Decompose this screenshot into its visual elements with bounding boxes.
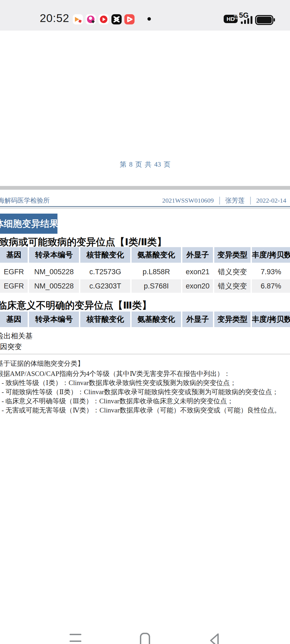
table-cell: EGFR bbox=[0, 279, 28, 293]
table-row: EGFRNM_005228c.G2303Tp.S768Iexon20错义突变6.… bbox=[0, 279, 290, 293]
capcut-app-icon bbox=[111, 14, 122, 24]
meta-separator: │ bbox=[248, 197, 253, 204]
table-cell: 7.93% bbox=[252, 265, 290, 279]
network-arrows-icon: ⇅ bbox=[233, 13, 238, 21]
report-date: 2022-02-14 bbox=[256, 197, 286, 204]
table-cell: 核苷酸变化 bbox=[80, 247, 130, 263]
table-cell: 基因 bbox=[0, 312, 28, 327]
table-cell: 6.87% bbox=[252, 279, 290, 293]
classification-title: 基于证据的体细胞突变分类】 bbox=[0, 359, 290, 368]
table-cell: 核苷酸变化 bbox=[80, 312, 130, 327]
note-line: 因突变 bbox=[0, 342, 290, 352]
table-cell: p.S768I bbox=[132, 279, 181, 293]
notification-dot bbox=[147, 17, 151, 21]
lab-name: 海解码医学检验所 bbox=[0, 196, 50, 205]
table-cell: 氨基酸变化 bbox=[132, 247, 181, 263]
table-cell: p.L858R bbox=[132, 265, 181, 279]
header-rule-light bbox=[0, 208, 290, 209]
signal-bars-icon bbox=[241, 16, 253, 24]
table-row: 基因转录本编号核苷酸变化氨基酸变化外显子变异类型丰度/拷贝数 bbox=[0, 247, 290, 263]
table-cell: 转录本编号 bbox=[29, 312, 79, 327]
section2-title: 临床意义不明确的变异位点【Ⅲ类】 bbox=[0, 299, 290, 312]
table-row: EGFRNM_005228c.T2573Gp.L858Rexon21错义突变7.… bbox=[0, 265, 290, 279]
variants-table-class1-2: 基因转录本编号核苷酸变化氨基酸变化外显子变异类型丰度/拷贝数EGFRNM_005… bbox=[0, 247, 290, 293]
table-cell: 错义突变 bbox=[214, 279, 251, 293]
table-cell: 基因 bbox=[0, 247, 28, 263]
back-icon bbox=[209, 633, 220, 644]
table-cell: 转录本编号 bbox=[29, 247, 79, 263]
table-cell: exon21 bbox=[182, 265, 213, 279]
header-rule-dark bbox=[0, 206, 290, 207]
section1-title: 致病或可能致病的变异位点【Ⅰ类/Ⅱ类】 bbox=[0, 236, 290, 249]
play-app-icon bbox=[124, 14, 135, 24]
classification-item: - 无害或可能无害等级（Ⅳ类）：Clinvar数据库收录（可能）不致病突变或（可… bbox=[0, 406, 290, 415]
table-cell: c.T2573G bbox=[80, 265, 130, 279]
page-indicator: 第 8 页 共 43 页 bbox=[0, 160, 290, 169]
table-cell: 变异类型 bbox=[214, 247, 251, 263]
clock-label: 20:52 bbox=[40, 12, 69, 25]
notification-icons bbox=[73, 14, 135, 24]
report-title-banner: 体细胞变异结果 bbox=[0, 214, 57, 234]
page-gap-band bbox=[0, 186, 290, 190]
table-cell: 外显子 bbox=[182, 312, 213, 327]
table-cell: 丰度/拷贝数 bbox=[252, 312, 290, 327]
video-app-icon bbox=[99, 14, 109, 24]
classification-intro: 根据AMP/ASCO/CAP指南分为4个等级（其中Ⅳ类无害变异不在报告中列出）： bbox=[0, 369, 290, 378]
classification-item: - 临床意义不明确等级（Ⅲ类）：Clinvar数据库收录临床意义未明的突变位点； bbox=[0, 397, 290, 405]
classification-item: - 致病性等级（Ⅰ类）：Clinvar数据库收录致病性突变或预测为致病的突变位点… bbox=[0, 378, 290, 387]
menu-button[interactable] bbox=[70, 633, 81, 644]
table-cell: exon20 bbox=[182, 279, 213, 293]
table-cell: 错义突变 bbox=[214, 265, 251, 279]
table-cell: 外显子 bbox=[182, 247, 213, 263]
note-line: 检出相关基 bbox=[0, 331, 290, 341]
table-cell: 丰度/拷贝数 bbox=[252, 247, 290, 263]
meta-separator: │ bbox=[217, 197, 222, 204]
phone-screen: 20:52 HD ⇅ bbox=[0, 0, 290, 644]
table-cell: c.G2303T bbox=[80, 279, 130, 293]
table-cell: NM_005228 bbox=[29, 265, 79, 279]
variants-table-class3: 基因转录本编号核苷酸变化氨基酸变化外显子变异类型丰度/拷贝数 bbox=[0, 312, 290, 327]
home-button[interactable] bbox=[140, 633, 150, 644]
pink-social-app-icon bbox=[86, 14, 96, 24]
table-bottom-divider bbox=[0, 354, 290, 354]
nav-bar bbox=[0, 625, 290, 644]
status-bar: 20:52 HD ⇅ bbox=[0, 0, 290, 31]
report-number: 2021WSSW010609 bbox=[162, 197, 214, 204]
table-cell: 变异类型 bbox=[214, 312, 251, 327]
report-meta: 2021WSSW010609 │ 张芳莲 │ 2022-02-14 bbox=[162, 196, 286, 205]
table-row: 基因转录本编号核苷酸变化氨基酸变化外显子变异类型丰度/拷贝数 bbox=[0, 312, 290, 327]
back-button[interactable] bbox=[209, 633, 220, 644]
patient-name: 张芳莲 bbox=[225, 196, 245, 205]
table-cell: NM_005228 bbox=[29, 279, 79, 293]
table-cell: 氨基酸变化 bbox=[132, 312, 181, 327]
game-app-icon bbox=[73, 14, 83, 24]
battery-icon bbox=[255, 15, 273, 25]
table-cell: EGFR bbox=[0, 265, 28, 279]
classification-item: - 可能致病性等级（Ⅱ类）：Clinvar数据库收录可能致病性突变或预测为可能致… bbox=[0, 387, 290, 396]
report-title: 体细胞变异结果 bbox=[0, 214, 57, 234]
